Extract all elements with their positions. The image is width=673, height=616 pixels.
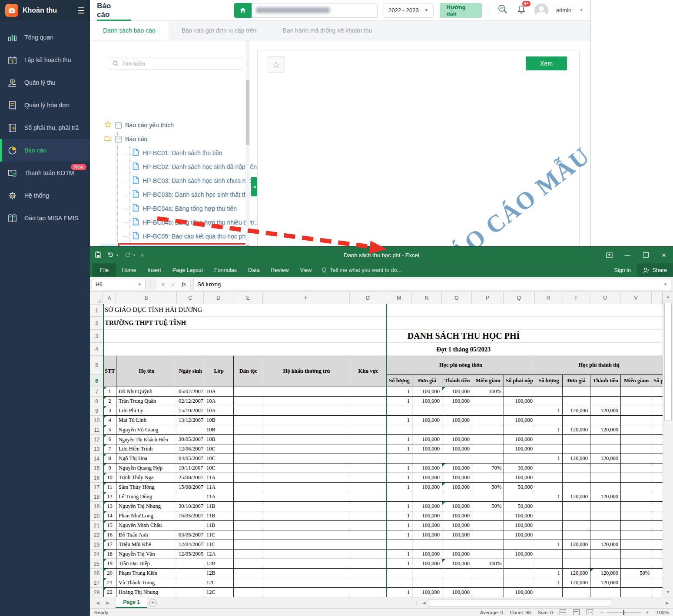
cell-urban-1[interactable] (563, 387, 590, 397)
cell-ethnicity[interactable] (234, 502, 263, 511)
cell-urban-4[interactable] (652, 464, 663, 473)
cell-rural-3[interactable]: 50% (472, 502, 504, 511)
cell-urban-4[interactable] (652, 473, 663, 483)
row-header-22[interactable]: 22 (90, 530, 103, 540)
vertical-scrollbar[interactable]: ▲ ▼ (663, 292, 673, 597)
cell-name[interactable]: Ngô Thị Hoa (116, 454, 177, 464)
cell-urban-0[interactable]: 1 (535, 492, 563, 502)
cell-rural-1[interactable]: 100,000 (412, 550, 442, 559)
cell-stt[interactable]: 15 (103, 521, 116, 530)
cell-urban-3[interactable] (621, 540, 652, 550)
cell-ethnicity[interactable] (234, 578, 263, 588)
cell-rural-4[interactable] (504, 569, 535, 578)
cell-urban-2[interactable] (590, 511, 621, 521)
cell-rural-4[interactable]: 100,000 (504, 444, 535, 454)
cell-region[interactable] (350, 387, 387, 397)
cell-ethnicity[interactable] (234, 387, 263, 397)
cell-rural-0[interactable] (387, 406, 412, 416)
redo-icon[interactable] (124, 252, 131, 259)
cell-ethnicity[interactable] (234, 550, 263, 559)
cell-ethnicity[interactable] (234, 511, 263, 521)
cell-name[interactable]: Đỗ Như Quỳnh (116, 387, 177, 397)
cell-dob[interactable] (177, 425, 204, 435)
cell[interactable] (103, 317, 387, 330)
cell-ethnicity[interactable] (234, 483, 263, 492)
cell-region[interactable] (350, 569, 387, 578)
cell-urban-0[interactable] (535, 444, 563, 454)
cell-urban-1[interactable]: 120,000 (563, 425, 590, 435)
cell-rural-2[interactable]: 100,000 (442, 464, 472, 473)
cell-urban-3[interactable] (621, 416, 652, 425)
cell-rural-3[interactable] (472, 521, 504, 530)
ribbon-tab-view[interactable]: View (294, 263, 317, 277)
cell-dob[interactable]: 03/05/2007 (177, 530, 204, 540)
ribbon-tab-insert[interactable]: Insert (142, 263, 167, 277)
cell-urban-3[interactable] (621, 473, 652, 483)
cell-name[interactable]: Đỗ Tuấn Anh (116, 530, 177, 540)
cell[interactable] (387, 305, 663, 317)
cell-address[interactable] (263, 492, 350, 502)
cell-urban-3[interactable] (621, 502, 652, 511)
cell-ethnicity[interactable] (234, 473, 263, 483)
tree-node-reports[interactable]: −Báo cáo (104, 132, 147, 146)
cell-urban-0[interactable] (535, 502, 563, 511)
cell-rural-1[interactable]: 100,000 (412, 483, 442, 492)
cell-address[interactable] (263, 397, 350, 406)
cell-urban-4[interactable] (652, 530, 663, 540)
cell-stt[interactable]: 1 (103, 387, 116, 397)
cell-urban-1[interactable] (563, 511, 590, 521)
cell-urban-2[interactable] (590, 444, 621, 454)
cell-ethnicity[interactable] (234, 492, 263, 502)
cell-rural-1[interactable] (412, 425, 442, 435)
cell-rural-0[interactable]: 1 (387, 530, 412, 540)
cell-rural-2[interactable]: 100,000 (442, 444, 472, 454)
minimize-button[interactable]: — (618, 247, 637, 263)
cell-region[interactable] (350, 492, 387, 502)
cell-region[interactable] (350, 550, 387, 559)
cell-urban-0[interactable]: 1 (535, 578, 563, 588)
cell-name[interactable]: Phạm Trung Kiên (116, 569, 177, 578)
cell-rural-2[interactable] (442, 425, 472, 435)
cell-rural-3[interactable]: 100% (472, 387, 504, 397)
cell-name[interactable]: Vũ Thành Trung (116, 578, 177, 588)
column-header-T[interactable]: T (562, 292, 590, 304)
scroll-up-icon[interactable]: ▲ (663, 292, 673, 302)
row-header-21[interactable]: 21 (90, 521, 103, 530)
cell-urban-2[interactable] (590, 588, 621, 597)
cell-rural-0[interactable]: 1 (387, 397, 412, 406)
cell-rural-1[interactable]: 100,000 (412, 387, 442, 397)
sidebar-item-invoice[interactable]: Quản lý hóa đơn (0, 94, 90, 116)
cell-urban-0[interactable]: 1 (535, 454, 563, 464)
cell-urban-0[interactable] (535, 397, 563, 406)
cell-rural-0[interactable]: 1 (387, 550, 412, 559)
maximize-button[interactable] (637, 247, 655, 263)
column-header-C[interactable]: C (177, 292, 204, 304)
cell-urban-2[interactable]: 120,000 (590, 569, 621, 578)
column-header-D[interactable]: D (204, 292, 233, 304)
cell-rural-2[interactable] (442, 492, 472, 502)
favorite-star-button[interactable]: ☆ (268, 56, 285, 73)
cell-urban-0[interactable] (535, 530, 563, 540)
tell-me-box[interactable]: Tell me what you want to do... (322, 267, 401, 274)
sign-in-button[interactable]: Sign in (608, 267, 637, 273)
cell-urban-4[interactable] (652, 511, 663, 521)
cell-rural-2[interactable]: 100,000 (442, 387, 472, 397)
zoom-out-icon[interactable]: − (600, 610, 603, 615)
cell-urban-1[interactable]: 120,000 (563, 540, 590, 550)
cell[interactable] (387, 343, 663, 356)
cell-name[interactable]: Nguyễn Vũ Giang (116, 425, 177, 435)
cell-rural-0[interactable]: 1 (387, 559, 412, 569)
cell-name[interactable]: Nguyễn Quang Hợp (116, 464, 177, 473)
cell-rural-1[interactable]: 100,000 (412, 511, 442, 521)
column-header-B[interactable]: B (116, 292, 177, 304)
cell-rural-3[interactable] (472, 492, 504, 502)
cell-dob[interactable]: 05/07/2007 (177, 387, 204, 397)
cell-stt[interactable]: 22 (103, 588, 116, 597)
cell-region[interactable] (350, 473, 387, 483)
cell-class[interactable]: 10B (204, 435, 234, 444)
tree-item-report[interactable]: HP-BC04b: Bảng tổng hợp thu nhiều đợt/..… (124, 216, 259, 229)
cell-dob[interactable] (177, 578, 204, 588)
cell-rural-3[interactable] (472, 416, 504, 425)
cell-address[interactable] (263, 502, 350, 511)
cell-urban-1[interactable] (563, 530, 590, 540)
